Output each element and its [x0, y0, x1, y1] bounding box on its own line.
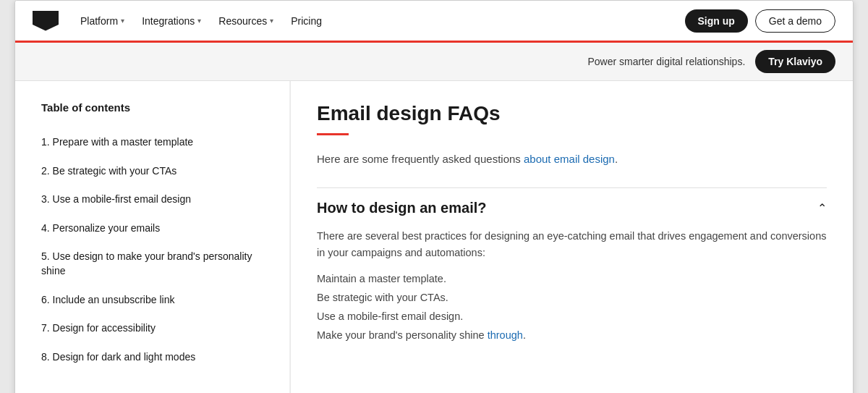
chevron-up-icon: ⌃ — [817, 201, 827, 215]
faq-question-text-1: How to design an email? — [317, 200, 486, 216]
banner-text: Power smarter digital relationships. — [587, 56, 745, 67]
toc-item-3[interactable]: 3. Use a mobile-first email design — [41, 185, 269, 214]
try-klaviyo-button[interactable]: Try Klaviyo — [755, 50, 835, 73]
faq-answer-intro: There are several best practices for des… — [317, 228, 827, 261]
get-demo-button[interactable]: Get a demo — [755, 9, 835, 33]
intro-text: Here are some frequently asked questions… — [317, 151, 827, 168]
toc-list: 1. Prepare with a master template 2. Be … — [41, 128, 269, 371]
intro-link[interactable]: about email design — [524, 153, 615, 165]
toc-item-2[interactable]: 2. Be strategic with your CTAs — [41, 157, 269, 186]
toc-item-7[interactable]: 7. Design for accessibility — [41, 314, 269, 343]
chevron-down-icon: ▾ — [121, 17, 124, 25]
toc-item-6[interactable]: 6. Include an unsubscribe link — [41, 286, 269, 315]
promo-banner: Power smarter digital relationships. Try… — [15, 43, 853, 81]
signup-button[interactable]: Sign up — [685, 9, 748, 33]
toc-title: Table of contents — [41, 101, 269, 114]
answer-item-3: Use a mobile-first email design. — [317, 310, 827, 322]
chevron-down-icon: ▾ — [270, 17, 273, 25]
toc-item-8[interactable]: 8. Design for dark and light modes — [41, 343, 269, 372]
sidebar: Table of contents 1. Prepare with a mast… — [15, 81, 290, 393]
toc-item-1[interactable]: 1. Prepare with a master template — [41, 128, 269, 157]
page-title: Email design FAQs — [317, 101, 827, 126]
nav-integrations[interactable]: Integrations ▾ — [135, 11, 208, 31]
toc-item-4[interactable]: 4. Personalize your emails — [41, 214, 269, 243]
nav-resources[interactable]: Resources ▾ — [211, 11, 281, 31]
nav-links: Platform ▾ Integrations ▾ Resources ▾ Pr… — [73, 11, 685, 31]
answer-link[interactable]: through — [488, 329, 523, 341]
faq-question-1[interactable]: How to design an email? ⌃ — [317, 188, 827, 228]
main-content: Email design FAQs Here are some frequent… — [290, 81, 853, 393]
nav-actions: Sign up Get a demo — [685, 9, 835, 33]
logo-icon[interactable] — [33, 11, 59, 31]
content-area: Table of contents 1. Prepare with a mast… — [15, 81, 853, 393]
chevron-down-icon: ▾ — [197, 17, 201, 25]
faq-item-1: How to design an email? ⌃ There are seve… — [317, 187, 827, 352]
title-underline — [317, 133, 349, 135]
nav-platform[interactable]: Platform ▾ — [73, 11, 132, 31]
answer-item-2: Be strategic with your CTAs. — [317, 292, 827, 303]
toc-item-5[interactable]: 5. Use design to make your brand's perso… — [41, 242, 269, 285]
browser-frame: Platform ▾ Integrations ▾ Resources ▾ Pr… — [14, 0, 854, 393]
answer-item-1: Maintain a master template. — [317, 273, 827, 284]
navbar: Platform ▾ Integrations ▾ Resources ▾ Pr… — [15, 1, 853, 43]
nav-pricing[interactable]: Pricing — [284, 11, 329, 31]
faq-answer-1: There are several best practices for des… — [317, 228, 827, 352]
faq-answer-list: Maintain a master template. Be strategic… — [317, 273, 827, 341]
answer-item-4: Make your brand's personality shine thro… — [317, 329, 827, 341]
